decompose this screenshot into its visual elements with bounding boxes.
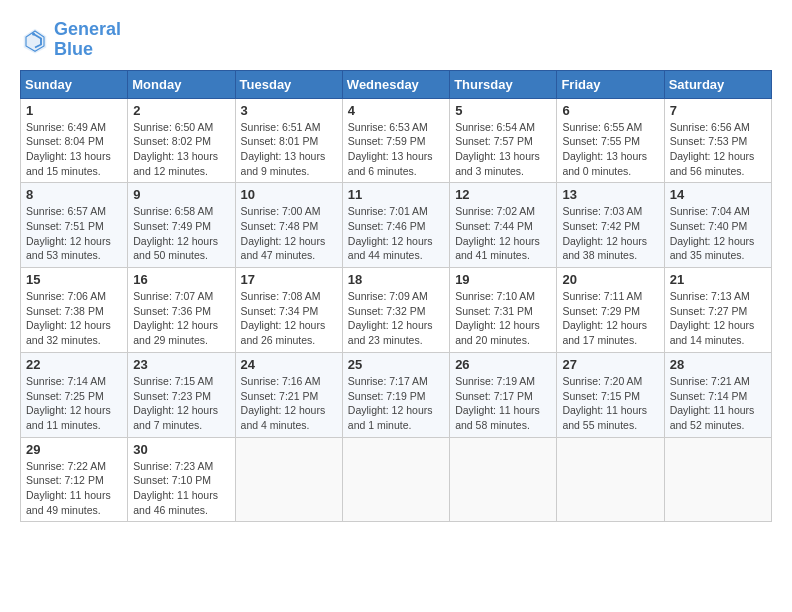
day-number: 6	[562, 103, 658, 118]
day-number: 14	[670, 187, 766, 202]
day-number: 27	[562, 357, 658, 372]
day-info: Sunrise: 7:14 AM Sunset: 7:25 PM Dayligh…	[26, 374, 122, 433]
calendar-cell	[342, 437, 449, 522]
calendar-cell: 10Sunrise: 7:00 AM Sunset: 7:48 PM Dayli…	[235, 183, 342, 268]
day-info: Sunrise: 7:13 AM Sunset: 7:27 PM Dayligh…	[670, 289, 766, 348]
calendar-cell: 16Sunrise: 7:07 AM Sunset: 7:36 PM Dayli…	[128, 268, 235, 353]
page-header: General Blue	[20, 20, 772, 60]
day-number: 17	[241, 272, 337, 287]
logo: General Blue	[20, 20, 121, 60]
calendar-header-row: Sunday Monday Tuesday Wednesday Thursday…	[21, 70, 772, 98]
day-info: Sunrise: 7:20 AM Sunset: 7:15 PM Dayligh…	[562, 374, 658, 433]
day-number: 18	[348, 272, 444, 287]
day-info: Sunrise: 7:01 AM Sunset: 7:46 PM Dayligh…	[348, 204, 444, 263]
day-info: Sunrise: 7:09 AM Sunset: 7:32 PM Dayligh…	[348, 289, 444, 348]
calendar-cell: 27Sunrise: 7:20 AM Sunset: 7:15 PM Dayli…	[557, 352, 664, 437]
day-info: Sunrise: 6:53 AM Sunset: 7:59 PM Dayligh…	[348, 120, 444, 179]
calendar-cell	[235, 437, 342, 522]
day-info: Sunrise: 6:58 AM Sunset: 7:49 PM Dayligh…	[133, 204, 229, 263]
day-number: 10	[241, 187, 337, 202]
calendar-cell	[450, 437, 557, 522]
day-number: 29	[26, 442, 122, 457]
day-info: Sunrise: 7:10 AM Sunset: 7:31 PM Dayligh…	[455, 289, 551, 348]
day-number: 12	[455, 187, 551, 202]
calendar-cell: 26Sunrise: 7:19 AM Sunset: 7:17 PM Dayli…	[450, 352, 557, 437]
day-number: 1	[26, 103, 122, 118]
day-info: Sunrise: 6:56 AM Sunset: 7:53 PM Dayligh…	[670, 120, 766, 179]
day-info: Sunrise: 7:06 AM Sunset: 7:38 PM Dayligh…	[26, 289, 122, 348]
calendar-cell	[664, 437, 771, 522]
calendar-cell: 22Sunrise: 7:14 AM Sunset: 7:25 PM Dayli…	[21, 352, 128, 437]
day-info: Sunrise: 7:04 AM Sunset: 7:40 PM Dayligh…	[670, 204, 766, 263]
logo-icon	[20, 25, 50, 55]
calendar-week-row: 15Sunrise: 7:06 AM Sunset: 7:38 PM Dayli…	[21, 268, 772, 353]
calendar-cell: 1Sunrise: 6:49 AM Sunset: 8:04 PM Daylig…	[21, 98, 128, 183]
day-info: Sunrise: 7:02 AM Sunset: 7:44 PM Dayligh…	[455, 204, 551, 263]
day-info: Sunrise: 7:00 AM Sunset: 7:48 PM Dayligh…	[241, 204, 337, 263]
col-wednesday: Wednesday	[342, 70, 449, 98]
day-number: 5	[455, 103, 551, 118]
day-info: Sunrise: 7:17 AM Sunset: 7:19 PM Dayligh…	[348, 374, 444, 433]
day-info: Sunrise: 7:08 AM Sunset: 7:34 PM Dayligh…	[241, 289, 337, 348]
day-number: 30	[133, 442, 229, 457]
svg-point-2	[32, 32, 35, 35]
day-info: Sunrise: 7:19 AM Sunset: 7:17 PM Dayligh…	[455, 374, 551, 433]
col-saturday: Saturday	[664, 70, 771, 98]
calendar-cell: 14Sunrise: 7:04 AM Sunset: 7:40 PM Dayli…	[664, 183, 771, 268]
day-number: 21	[670, 272, 766, 287]
calendar-cell: 9Sunrise: 6:58 AM Sunset: 7:49 PM Daylig…	[128, 183, 235, 268]
day-number: 13	[562, 187, 658, 202]
day-info: Sunrise: 7:16 AM Sunset: 7:21 PM Dayligh…	[241, 374, 337, 433]
day-info: Sunrise: 6:55 AM Sunset: 7:55 PM Dayligh…	[562, 120, 658, 179]
day-info: Sunrise: 6:54 AM Sunset: 7:57 PM Dayligh…	[455, 120, 551, 179]
calendar-cell: 4Sunrise: 6:53 AM Sunset: 7:59 PM Daylig…	[342, 98, 449, 183]
day-number: 4	[348, 103, 444, 118]
col-monday: Monday	[128, 70, 235, 98]
col-sunday: Sunday	[21, 70, 128, 98]
day-number: 19	[455, 272, 551, 287]
day-info: Sunrise: 7:07 AM Sunset: 7:36 PM Dayligh…	[133, 289, 229, 348]
calendar-table: Sunday Monday Tuesday Wednesday Thursday…	[20, 70, 772, 523]
calendar-cell: 18Sunrise: 7:09 AM Sunset: 7:32 PM Dayli…	[342, 268, 449, 353]
calendar-cell: 5Sunrise: 6:54 AM Sunset: 7:57 PM Daylig…	[450, 98, 557, 183]
calendar-cell: 13Sunrise: 7:03 AM Sunset: 7:42 PM Dayli…	[557, 183, 664, 268]
calendar-cell: 15Sunrise: 7:06 AM Sunset: 7:38 PM Dayli…	[21, 268, 128, 353]
calendar-cell: 11Sunrise: 7:01 AM Sunset: 7:46 PM Dayli…	[342, 183, 449, 268]
calendar-cell: 8Sunrise: 6:57 AM Sunset: 7:51 PM Daylig…	[21, 183, 128, 268]
calendar-cell: 29Sunrise: 7:22 AM Sunset: 7:12 PM Dayli…	[21, 437, 128, 522]
day-number: 7	[670, 103, 766, 118]
calendar-cell: 19Sunrise: 7:10 AM Sunset: 7:31 PM Dayli…	[450, 268, 557, 353]
col-tuesday: Tuesday	[235, 70, 342, 98]
day-info: Sunrise: 6:50 AM Sunset: 8:02 PM Dayligh…	[133, 120, 229, 179]
calendar-cell: 12Sunrise: 7:02 AM Sunset: 7:44 PM Dayli…	[450, 183, 557, 268]
day-number: 11	[348, 187, 444, 202]
calendar-cell: 6Sunrise: 6:55 AM Sunset: 7:55 PM Daylig…	[557, 98, 664, 183]
calendar-cell: 25Sunrise: 7:17 AM Sunset: 7:19 PM Dayli…	[342, 352, 449, 437]
day-info: Sunrise: 6:57 AM Sunset: 7:51 PM Dayligh…	[26, 204, 122, 263]
calendar-cell: 24Sunrise: 7:16 AM Sunset: 7:21 PM Dayli…	[235, 352, 342, 437]
col-thursday: Thursday	[450, 70, 557, 98]
calendar-cell: 23Sunrise: 7:15 AM Sunset: 7:23 PM Dayli…	[128, 352, 235, 437]
day-number: 22	[26, 357, 122, 372]
calendar-cell: 17Sunrise: 7:08 AM Sunset: 7:34 PM Dayli…	[235, 268, 342, 353]
calendar-week-row: 29Sunrise: 7:22 AM Sunset: 7:12 PM Dayli…	[21, 437, 772, 522]
calendar-cell: 21Sunrise: 7:13 AM Sunset: 7:27 PM Dayli…	[664, 268, 771, 353]
day-info: Sunrise: 7:03 AM Sunset: 7:42 PM Dayligh…	[562, 204, 658, 263]
day-number: 3	[241, 103, 337, 118]
calendar-cell	[557, 437, 664, 522]
day-info: Sunrise: 7:11 AM Sunset: 7:29 PM Dayligh…	[562, 289, 658, 348]
day-number: 9	[133, 187, 229, 202]
day-info: Sunrise: 7:22 AM Sunset: 7:12 PM Dayligh…	[26, 459, 122, 518]
col-friday: Friday	[557, 70, 664, 98]
calendar-week-row: 8Sunrise: 6:57 AM Sunset: 7:51 PM Daylig…	[21, 183, 772, 268]
day-number: 20	[562, 272, 658, 287]
calendar-cell: 3Sunrise: 6:51 AM Sunset: 8:01 PM Daylig…	[235, 98, 342, 183]
calendar-week-row: 1Sunrise: 6:49 AM Sunset: 8:04 PM Daylig…	[21, 98, 772, 183]
day-info: Sunrise: 6:51 AM Sunset: 8:01 PM Dayligh…	[241, 120, 337, 179]
calendar-cell: 7Sunrise: 6:56 AM Sunset: 7:53 PM Daylig…	[664, 98, 771, 183]
day-info: Sunrise: 7:23 AM Sunset: 7:10 PM Dayligh…	[133, 459, 229, 518]
day-number: 26	[455, 357, 551, 372]
day-number: 23	[133, 357, 229, 372]
day-number: 15	[26, 272, 122, 287]
day-number: 24	[241, 357, 337, 372]
